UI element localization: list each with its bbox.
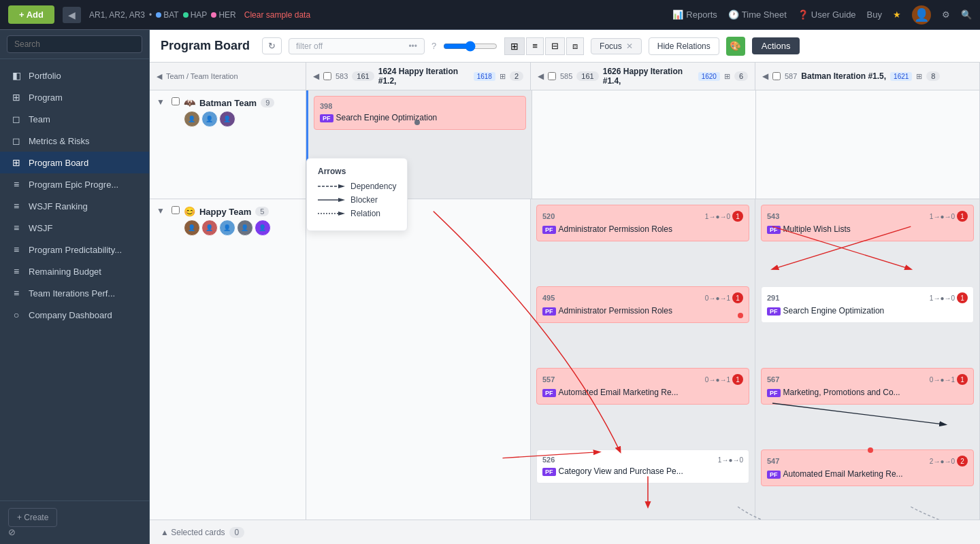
actions-button[interactable]: Actions <box>752 37 800 54</box>
card-398[interactable]: 398 PF Search Engine Optimization <box>314 96 526 130</box>
card-495-type: PF Administrator Permission Roles <box>542 306 743 317</box>
userguide-link[interactable]: ❓ User Guide <box>798 10 856 20</box>
hide-relations-button[interactable]: Hide Relations <box>649 37 719 55</box>
happy-avatar-2: 👤 <box>201 220 218 236</box>
zoom-range[interactable] <box>443 41 497 52</box>
buy-link[interactable]: Buy <box>867 10 882 20</box>
search-icon[interactable]: 🔍 <box>961 10 972 20</box>
sidebar-item-program-board[interactable]: ⊞Program Board <box>0 152 149 173</box>
sidebar-item-budget[interactable]: ≡Remaining Budget <box>0 260 149 282</box>
card-543-pf: PF <box>767 226 781 234</box>
view-toggles: ⊞ ≡ ⊟ ⧈ <box>504 37 584 55</box>
col1-expand[interactable]: ⊞ <box>724 72 730 81</box>
sidebar-item-metrics-risks[interactable]: ◻Metrics & Risks <box>0 130 149 152</box>
col0-checkbox[interactable] <box>323 72 331 80</box>
pred-icon: ≡ <box>11 244 22 255</box>
card-543[interactable]: 543 1→●→0 1 PF Multiple Wish Lists <box>761 205 974 241</box>
svg-marker-3 <box>338 198 345 202</box>
board-body: ▼ 🦇 Batman Team 9 👤 👤 👤 <box>150 90 980 520</box>
board-toolbar: Program Board ↻ filter off ••• ? ⊞ ≡ ⊟ ⧈… <box>150 30 980 63</box>
card-557-pf: PF <box>542 389 556 397</box>
card-398-pf: PF <box>320 114 333 122</box>
card-547-type: PF Automated Email Marketing Re... <box>767 469 968 480</box>
card-495-dot <box>738 313 743 318</box>
col2-checkbox[interactable] <box>772 72 781 80</box>
card-567[interactable]: 567 0→●→1 1 PF Marketing, Promotions <box>761 368 974 405</box>
card-495[interactable]: 495 0→●→1 1 PF Administrator Permiss <box>536 286 749 323</box>
col2-nav-left[interactable]: ◀ <box>762 71 768 81</box>
card-557[interactable]: 557 0→●→1 1 PF Automated Email Marke <box>536 368 749 405</box>
card-526-rel: 1→●→0 <box>718 456 743 464</box>
sidebar-item-program-epic[interactable]: ≡Program Epic Progre... <box>0 173 149 195</box>
clear-sample-data-link[interactable]: Clear sample data <box>244 10 310 20</box>
happy-team-icon: 😊 <box>184 206 195 217</box>
filter-options-icon[interactable]: ••• <box>408 41 417 51</box>
column-header-row: ◀ Team / Team Iteration ◀ 583 161 1624 H… <box>150 63 980 90</box>
sidebar-item-predictability[interactable]: ≡Program Predictability... <box>0 239 149 260</box>
sidebar-item-team-iter[interactable]: ≡Team Iterations Perf... <box>0 282 149 304</box>
card-520-badge: 1 <box>732 211 743 222</box>
tag-hap[interactable]: HAP <box>183 10 208 20</box>
sidebar-item-wsjf-ranking[interactable]: ≡WSJF Ranking <box>0 195 149 217</box>
col1-nav-left[interactable]: ◀ <box>538 71 544 81</box>
sidebar-collapse-icon[interactable]: ⊘ <box>8 527 16 537</box>
tag-bat[interactable]: BAT <box>156 10 178 20</box>
main: ◧Portfolio ⊞Program ◻Team ◻Metrics & Ris… <box>0 30 980 544</box>
settings-icon[interactable]: ⚙ <box>942 10 950 20</box>
card-526[interactable]: 526 1→●→0 PF Category View and Purchase … <box>536 449 749 483</box>
grid-icon[interactable]: ⊞ <box>504 37 525 55</box>
card-495-header: 495 0→●→1 1 <box>542 292 743 303</box>
avatar[interactable]: 👤 <box>912 5 931 24</box>
card-520-type: PF Administrator Permission Roles <box>542 224 743 235</box>
card-520-header: 520 1→●→0 1 <box>542 211 743 222</box>
batman-avatar-1: 👤 <box>184 111 200 127</box>
table-icon[interactable]: ⊟ <box>545 37 565 55</box>
col2-expand[interactable]: ⊞ <box>916 72 922 81</box>
star-icon[interactable]: ★ <box>893 10 901 20</box>
col-first-nav-left[interactable]: ◀ <box>157 72 162 81</box>
program-board-icon: ⊞ <box>11 157 22 168</box>
focus-button[interactable]: Focus ✕ <box>591 38 642 54</box>
batman-collapse[interactable]: ▼ <box>157 97 165 107</box>
list-icon[interactable]: ≡ <box>526 37 544 55</box>
col1-badge: 161 <box>576 71 598 81</box>
filter-icon[interactable]: ⧈ <box>566 37 584 55</box>
focus-close-icon[interactable]: ✕ <box>626 41 633 51</box>
color-palette-button[interactable]: 🎨 <box>726 37 745 56</box>
sidebar-search-input[interactable] <box>7 35 142 53</box>
timesheet-link[interactable]: 🕐 Time Sheet <box>728 10 787 20</box>
card-567-badge: 1 <box>957 374 968 385</box>
happy-collapse[interactable]: ▼ <box>157 206 165 216</box>
col0-nav-left[interactable]: ◀ <box>313 71 319 81</box>
sidebar-item-team[interactable]: ◻Team <box>0 108 149 130</box>
batman-team-row: ▼ 🦇 Batman Team 9 👤 👤 👤 <box>150 90 980 199</box>
card-547[interactable]: 547 2→●→0 2 PF Automated Email Marke <box>761 449 974 486</box>
help-icon[interactable]: ? <box>431 41 436 51</box>
reports-link[interactable]: 📊 Reports <box>672 10 717 20</box>
card-291-rel: 1→●→0 <box>930 294 955 302</box>
card-557-type: PF Automated Email Marketing Re... <box>542 388 743 398</box>
card-291-header: 291 1→●→0 1 <box>767 292 968 303</box>
sidebar-item-program[interactable]: ⊞Program <box>0 86 149 108</box>
happy-checkbox[interactable] <box>172 206 180 214</box>
selected-cards-toggle[interactable]: ▲ Selected cards <box>161 528 225 537</box>
card-520[interactable]: 520 1→●→0 1 PF Administrator Permiss <box>536 205 749 241</box>
sidebar-item-portfolio[interactable]: ◧Portfolio <box>0 65 149 86</box>
sidebar-item-company-dashboard[interactable]: ○Company Dashboard <box>0 304 149 326</box>
create-button[interactable]: + Create <box>8 508 57 527</box>
collapse-sidebar-button[interactable]: ◀ <box>63 7 81 23</box>
refresh-button[interactable]: ↻ <box>262 37 282 54</box>
card-291[interactable]: 291 1→●→0 1 PF Search Engine Optimiz <box>761 286 974 323</box>
batman-count: 9 <box>261 98 274 107</box>
batman-checkbox[interactable] <box>172 97 180 105</box>
dependency-arrow-icon <box>318 182 345 191</box>
board-area[interactable]: Arrows Dependency Blocker <box>150 63 980 520</box>
col1-checkbox[interactable] <box>548 72 556 80</box>
col0-badge: 161 <box>352 71 374 81</box>
happy-c2-r0: 543 1→●→0 1 PF Multiple Wish Lists <box>755 199 980 281</box>
tag-her[interactable]: HER <box>211 10 235 20</box>
add-button[interactable]: + Add <box>8 5 54 24</box>
sidebar-item-wsjf[interactable]: ≡WSJF <box>0 217 149 239</box>
filter-box[interactable]: filter off ••• <box>289 38 425 54</box>
col0-expand[interactable]: ⊞ <box>500 72 506 81</box>
